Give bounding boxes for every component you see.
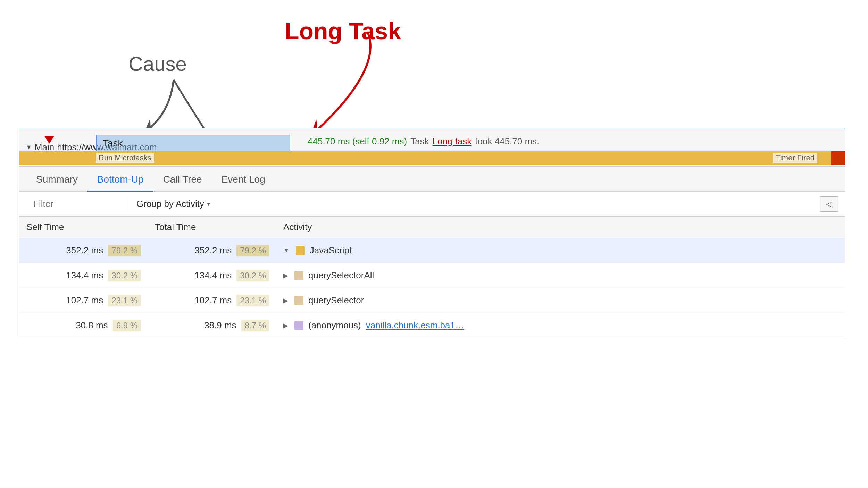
activity-link-4[interactable]: vanilla.chunk.esm.ba1… — [366, 320, 464, 331]
timer-fired-label: Timer Fired — [773, 153, 817, 163]
self-pct-badge-4: 6.9 % — [113, 320, 141, 331]
group-label: Group by Activity — [136, 199, 204, 209]
table-row[interactable]: 102.7 ms 23.1 % 102.7 ms 23.1 % ▶ queryS… — [19, 288, 845, 313]
run-microtasks-label: Run Microtasks — [96, 153, 154, 163]
task-text: Task — [410, 136, 429, 147]
activity-color-2 — [294, 271, 303, 280]
activity-name-4: (anonymous) — [308, 320, 361, 331]
devtools-panel: ▼ Main https://www.walmart.com Task 445.… — [19, 128, 845, 338]
total-time-value-2: 134.4 ms — [194, 270, 232, 281]
activity-name-1: JavaScript — [310, 245, 352, 256]
task-block[interactable]: Task — [96, 135, 290, 152]
expand-arrow-2[interactable]: ▶ — [283, 272, 288, 279]
self-time-value-2: 134.4 ms — [66, 270, 103, 281]
activity-color-1 — [296, 246, 305, 255]
tab-call-tree[interactable]: Call Tree — [153, 168, 212, 192]
toolbar: Group by Activity ▾ ◁ — [19, 192, 845, 217]
filter-input[interactable] — [26, 194, 124, 213]
timeline-info: 445.70 ms (self 0.92 ms) Task Long task … — [308, 136, 539, 147]
red-marker-left — [44, 136, 54, 144]
self-pct-badge-1: 79.2 % — [108, 245, 141, 256]
duration-text: took 445.70 ms. — [475, 136, 539, 147]
col-header-activity: Activity — [276, 222, 845, 233]
activity-name-3: querySelector — [308, 295, 364, 306]
total-pct-badge-3: 23.1 % — [236, 295, 269, 306]
total-time-value-1: 352.2 ms — [194, 245, 232, 256]
col-header-total-time: Total Time — [148, 222, 276, 233]
dropdown-arrow-icon: ▾ — [207, 200, 210, 208]
long-task-annotation: Long Task — [285, 17, 401, 44]
cell-self-time-4: 30.8 ms 6.9 % — [19, 320, 148, 331]
cell-activity-4: ▶ (anonymous) vanilla.chunk.esm.ba1… — [276, 320, 845, 331]
cell-total-time-4: 38.9 ms 8.7 % — [148, 320, 276, 331]
self-time-value-3: 102.7 ms — [66, 295, 103, 306]
self-pct-badge-3: 23.1 % — [108, 295, 141, 306]
expand-triangle: ▼ — [26, 144, 32, 151]
cell-activity-2: ▶ querySelectorAll — [276, 270, 845, 281]
table-row[interactable]: 134.4 ms 30.2 % 134.4 ms 30.2 % ▶ queryS… — [19, 263, 845, 288]
expand-arrow-1[interactable]: ▼ — [283, 247, 290, 254]
panel-toggle-button[interactable]: ◁ — [820, 196, 838, 212]
total-pct-badge-2: 30.2 % — [236, 270, 269, 281]
total-time-value-4: 38.9 ms — [204, 320, 236, 331]
total-time-value-3: 102.7 ms — [194, 295, 232, 306]
cell-total-time-1: 352.2 ms 79.2 % — [148, 245, 276, 256]
time-green: 445.70 ms (self 0.92 ms) — [308, 136, 407, 147]
cause-annotation: Cause — [128, 52, 187, 75]
activity-color-4 — [294, 321, 303, 330]
activity-name-2: querySelectorAll — [308, 270, 374, 281]
table-row[interactable]: 352.2 ms 79.2 % 352.2 ms 79.2 % ▼ JavaSc… — [19, 238, 845, 263]
col-header-self-time: Self Time — [19, 222, 148, 233]
self-time-value-4: 30.8 ms — [76, 320, 108, 331]
tabs-bar: Summary Bottom-Up Call Tree Event Log — [19, 167, 845, 192]
cell-total-time-3: 102.7 ms 23.1 % — [148, 295, 276, 306]
cell-total-time-2: 134.4 ms 30.2 % — [148, 270, 276, 281]
tab-event-log[interactable]: Event Log — [212, 168, 275, 192]
cell-self-time-1: 352.2 ms 79.2 % — [19, 245, 148, 256]
table-header: Self Time Total Time Activity — [19, 217, 845, 238]
expand-arrow-3[interactable]: ▶ — [283, 297, 288, 304]
task-label: Task — [103, 138, 123, 149]
group-by-select[interactable]: Group by Activity ▾ — [131, 195, 216, 213]
total-pct-badge-4: 8.7 % — [241, 320, 269, 331]
cell-self-time-3: 102.7 ms 23.1 % — [19, 295, 148, 306]
cell-self-time-2: 134.4 ms 30.2 % — [19, 270, 148, 281]
total-pct-badge-1: 79.2 % — [236, 245, 269, 256]
cell-activity-1: ▼ JavaScript — [276, 245, 845, 256]
panel-toggle-icon: ◁ — [826, 200, 832, 209]
self-time-value-1: 352.2 ms — [66, 245, 103, 256]
tab-summary[interactable]: Summary — [26, 168, 87, 192]
table-row[interactable]: 30.8 ms 6.9 % 38.9 ms 8.7 % ▶ (anonymous… — [19, 313, 845, 338]
red-bar-right — [831, 151, 845, 165]
activity-color-3 — [294, 296, 303, 305]
cell-activity-3: ▶ querySelector — [276, 295, 845, 306]
self-pct-badge-2: 30.2 % — [108, 270, 141, 281]
toolbar-divider — [127, 197, 127, 211]
timeline-row2: Run Microtasks Timer Fired — [19, 151, 845, 165]
long-task-link[interactable]: Long task — [433, 136, 472, 147]
expand-arrow-4[interactable]: ▶ — [283, 322, 288, 329]
tab-bottom-up[interactable]: Bottom-Up — [87, 168, 153, 192]
timeline-bar: ▼ Main https://www.walmart.com Task 445.… — [19, 128, 845, 167]
